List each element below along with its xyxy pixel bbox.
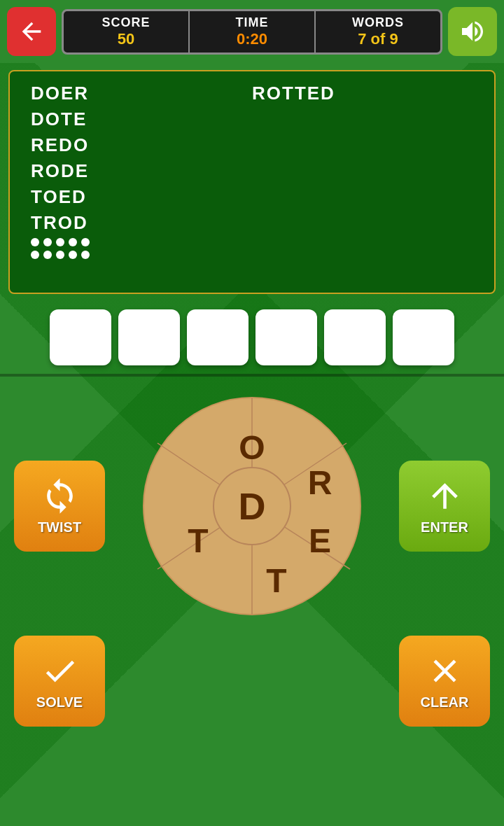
time-value: 0:20	[237, 30, 267, 48]
dot	[31, 251, 39, 259]
solve-icon	[41, 652, 79, 690]
letter-slot-6[interactable]	[393, 309, 454, 365]
wheel-center-D[interactable]	[214, 468, 290, 545]
word-item: TROD	[31, 212, 252, 234]
dot	[81, 251, 90, 259]
word-item	[252, 186, 473, 208]
score-value: 50	[118, 30, 134, 48]
hidden-word-row-2	[31, 251, 473, 259]
header: SCORE 50 TIME 0:20 WORDS 7 of 9	[0, 0, 504, 63]
wheel: O R E T T D	[136, 391, 368, 622]
dot	[81, 238, 90, 246]
score-label: SCORE	[102, 15, 150, 30]
word-item: RODE	[31, 160, 252, 182]
wheel-letter-R[interactable]	[290, 447, 354, 510]
clear-label: CLEAR	[421, 694, 469, 710]
twist-icon	[41, 477, 79, 515]
dot	[31, 238, 39, 246]
hidden-word-row-1	[31, 238, 473, 246]
wheel-letter-E[interactable]	[290, 524, 354, 587]
score-cell: SCORE 50	[64, 11, 190, 52]
dot	[56, 238, 64, 246]
letter-slot-2[interactable]	[118, 309, 180, 365]
enter-label: ENTER	[421, 519, 468, 536]
solve-button[interactable]: SOLVE	[14, 636, 105, 727]
words-value: 7 of 9	[358, 30, 398, 48]
sound-icon	[458, 18, 486, 46]
enter-icon	[426, 477, 464, 515]
bottom-buttons: SOLVE CLEAR	[0, 622, 504, 727]
words-cell: WORDS 7 of 9	[316, 11, 440, 52]
twist-label: TWIST	[38, 519, 81, 536]
dot	[69, 238, 77, 246]
controls-area: TWIST O R E	[0, 377, 504, 622]
letter-slots	[0, 301, 504, 374]
word-item	[252, 108, 473, 130]
dot	[43, 238, 52, 246]
time-cell: TIME 0:20	[190, 11, 316, 52]
word-item	[252, 160, 473, 182]
word-list: DOER ROTTED DOTE REDO RODE TOED TROD	[31, 83, 473, 234]
clear-button[interactable]: CLEAR	[399, 636, 490, 727]
letter-slot-3[interactable]	[187, 309, 248, 365]
word-item: DOER	[31, 83, 252, 104]
back-icon	[18, 18, 46, 46]
solve-label: SOLVE	[36, 694, 83, 710]
dot	[56, 251, 64, 259]
letter-slot-5[interactable]	[324, 309, 386, 365]
word-item: DOTE	[31, 108, 252, 130]
sound-button[interactable]	[448, 7, 497, 56]
words-label: WORDS	[352, 15, 404, 30]
word-item: ROTTED	[252, 83, 473, 104]
wheel-letter-T-bottom[interactable]	[220, 552, 284, 615]
back-button[interactable]	[7, 7, 56, 56]
twist-button[interactable]: TWIST	[14, 461, 105, 552]
dot	[43, 251, 52, 259]
word-item: TOED	[31, 186, 252, 208]
word-item: REDO	[31, 134, 252, 156]
word-item	[252, 212, 473, 234]
dot	[69, 251, 77, 259]
word-grid: DOER ROTTED DOTE REDO RODE TOED TROD	[8, 70, 496, 294]
wheel-letter-T-left[interactable]	[150, 524, 214, 587]
enter-button[interactable]: ENTER	[399, 461, 490, 552]
score-board: SCORE 50 TIME 0:20 WORDS 7 of 9	[62, 9, 442, 55]
word-item	[252, 134, 473, 156]
time-label: TIME	[236, 15, 269, 30]
clear-icon	[426, 652, 464, 690]
letter-slot-1[interactable]	[50, 309, 111, 365]
letter-slot-4[interactable]	[255, 309, 317, 365]
